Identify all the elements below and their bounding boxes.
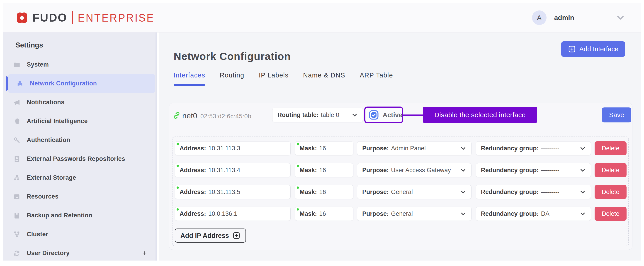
interface-mac-address: 02:53:d2:6c:45:0b [200, 113, 252, 120]
sidebar-item-artificial-intelligence[interactable]: Artificial Intelligence [3, 112, 157, 130]
annotation-connector-line [403, 114, 423, 116]
mask-field[interactable]: Mask: 16 [295, 207, 354, 221]
mask-value: 16 [319, 189, 326, 196]
field-status-dot [176, 208, 179, 211]
chevron-down-icon [460, 145, 466, 152]
address-field[interactable]: Address: 10.31.113.4 [175, 163, 290, 177]
sidebar-item-label: System [27, 61, 49, 68]
sidebar-item-external-passwords-repositories[interactable]: External Passwords Repositories [3, 150, 157, 168]
mask-field[interactable]: Mask: 16 [295, 163, 354, 177]
redundancy-label: Redundancy group: [481, 167, 539, 174]
avatar: A [532, 11, 546, 25]
redundancy-group-select[interactable]: Redundancy group: DA [476, 207, 591, 221]
annotation-tooltip: Disable the selected interface [423, 107, 537, 123]
sidebar-item-system[interactable]: System [3, 55, 157, 74]
mask-field[interactable]: Mask: 16 [295, 141, 354, 155]
address-field[interactable]: Address: 10.0.136.1 [175, 207, 290, 221]
mask-value: 16 [319, 145, 326, 152]
routing-table-label: Routing table: [278, 111, 318, 118]
ethernet-icon [16, 80, 24, 87]
ip-address-list-container: Address: 10.31.113.3 Mask: 16 Purpose: A… [172, 137, 629, 246]
delete-ip-button[interactable]: Delete [594, 185, 626, 199]
page-title: Network Configuration [174, 50, 291, 62]
chevron-down-icon [352, 112, 358, 118]
sidebar-item-backup-and-retention[interactable]: Backup and Retention [3, 206, 157, 225]
sidebar-item-resources[interactable]: Resources [3, 187, 157, 206]
redundancy-value: DA [541, 210, 550, 217]
purpose-label: Purpose: [362, 145, 389, 152]
active-checkbox-annotation: Active [364, 106, 403, 123]
chevron-down-icon[interactable] [616, 13, 625, 22]
key-icon [13, 136, 21, 144]
settings-sidebar: Settings System Network Configuration No… [3, 33, 157, 260]
network-config-tabs: Interfaces Routing IP Labels Name & DNS … [174, 72, 641, 85]
tab-name-dns[interactable]: Name & DNS [303, 72, 345, 85]
tab-interfaces[interactable]: Interfaces [174, 72, 205, 85]
chevron-down-icon [460, 167, 466, 173]
purpose-select[interactable]: Purpose: User Access Gateway [357, 163, 472, 177]
sidebar-item-label: External Storage [27, 174, 76, 181]
delete-ip-button[interactable]: Delete [594, 163, 626, 177]
sidebar-item-label: Network Configuration [30, 80, 97, 87]
add-interface-label: Add Interface [580, 45, 618, 53]
mask-field[interactable]: Mask: 16 [295, 185, 354, 199]
fudo-enterprise-app: FUDO ENTERPRISE A admin Settings System [0, 0, 644, 266]
purpose-label: Purpose: [362, 189, 389, 196]
image-icon [13, 193, 21, 201]
sidebar-item-external-storage[interactable]: External Storage [3, 168, 157, 187]
sidebar-heading: Settings [16, 41, 43, 49]
tab-ip-labels[interactable]: IP Labels [259, 72, 288, 85]
ip-address-row: Address: 10.31.113.5 Mask: 16 Purpose: G… [175, 185, 626, 199]
fudo-logo: FUDO ENTERPRISE [15, 3, 158, 33]
purpose-select[interactable]: Purpose: General [357, 185, 472, 199]
field-status-dot [297, 143, 299, 145]
address-value: 10.31.113.4 [208, 167, 240, 174]
address-field[interactable]: Address: 10.31.113.3 [175, 141, 290, 155]
chevron-down-icon [580, 145, 586, 152]
mask-label: Mask: [300, 145, 317, 152]
purpose-select[interactable]: Purpose: General [357, 207, 472, 221]
field-status-dot [176, 187, 179, 189]
redundancy-value: --------- [541, 189, 560, 196]
address-value: 10.0.136.1 [208, 210, 237, 217]
save-button[interactable]: Save [602, 107, 631, 122]
sidebar-item-authentication[interactable]: Authentication [3, 130, 157, 150]
redundancy-group-select[interactable]: Redundancy group: --------- [476, 163, 591, 177]
add-ip-address-label: Add IP Address [180, 232, 229, 239]
ip-address-row: Address: 10.31.113.3 Mask: 16 Purpose: A… [175, 141, 626, 155]
folder-icon [13, 61, 21, 69]
add-user-directory-button[interactable]: + [142, 249, 147, 257]
purpose-label: Purpose: [362, 210, 389, 217]
sidebar-item-user-directory[interactable]: User Directory + [3, 244, 157, 262]
link-up-icon [172, 111, 181, 119]
add-ip-address-button[interactable]: Add IP Address [175, 228, 246, 243]
sidebar-item-notifications[interactable]: Notifications [3, 93, 157, 112]
redundancy-group-select[interactable]: Redundancy group: --------- [476, 141, 591, 155]
sidebar-item-label: User Directory [27, 250, 70, 257]
add-interface-button[interactable]: Add Interface [561, 41, 626, 57]
ip-address-row: Address: 10.31.113.4 Mask: 16 Purpose: U… [175, 163, 626, 177]
address-field[interactable]: Address: 10.31.113.5 [175, 185, 290, 199]
chevron-down-icon [460, 189, 466, 195]
main-content: Network Configuration Add Interface Inte… [159, 33, 641, 260]
tab-arp-table[interactable]: ARP Table [360, 72, 393, 85]
purpose-select[interactable]: Purpose: Admin Panel [357, 141, 472, 155]
routing-table-select[interactable]: Routing table: table 0 [272, 108, 363, 122]
sidebar-item-cluster[interactable]: Cluster [3, 225, 157, 244]
purpose-value: General [391, 189, 413, 196]
delete-ip-button[interactable]: Delete [594, 207, 626, 221]
user-menu[interactable]: A admin [532, 3, 625, 33]
sidebar-item-label: Resources [27, 193, 58, 200]
active-checkbox[interactable] [369, 110, 378, 120]
sidebar-list: System Network Configuration Notificatio… [3, 55, 157, 262]
address-label: Address: [180, 145, 206, 152]
address-value: 10.31.113.5 [208, 189, 240, 196]
sidebar-item-network-configuration[interactable]: Network Configuration [8, 74, 155, 93]
passport-icon [13, 155, 21, 163]
delete-ip-button[interactable]: Delete [594, 141, 626, 155]
address-label: Address: [180, 210, 206, 217]
purpose-value: Admin Panel [391, 145, 426, 152]
chevron-down-icon [580, 211, 586, 217]
redundancy-group-select[interactable]: Redundancy group: --------- [476, 185, 591, 199]
tab-routing[interactable]: Routing [220, 72, 244, 85]
